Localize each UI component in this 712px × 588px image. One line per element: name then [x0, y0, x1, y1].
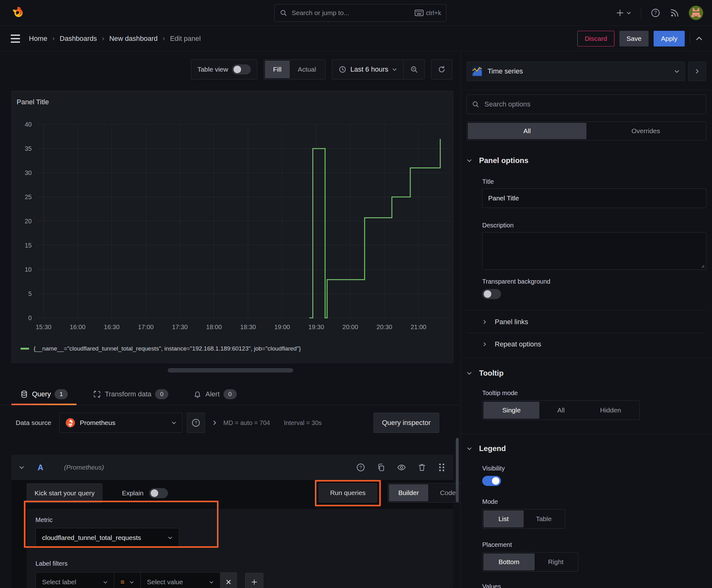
help-icon: ?: [191, 418, 201, 427]
datasource-help-button[interactable]: ?: [187, 413, 205, 433]
drag-grip-icon[interactable]: [438, 463, 446, 472]
news-button[interactable]: [670, 8, 679, 18]
tab-all-options[interactable]: All: [468, 123, 586, 139]
breadcrumb-home[interactable]: Home: [29, 35, 47, 43]
add-filter-button[interactable]: [245, 573, 263, 588]
legend-mode-table[interactable]: Table: [524, 510, 564, 527]
query-editor-toolbar: Kick start your query Explain Run querie…: [27, 483, 453, 503]
legend-visibility-toggle[interactable]: [482, 476, 501, 486]
tooltip-mode-hidden[interactable]: Hidden: [583, 402, 639, 419]
chart-legend[interactable]: {__name__="cloudflared_tunnel_total_requ…: [20, 345, 301, 352]
actions-divider: [690, 33, 690, 45]
datasource-picker[interactable]: Prometheus: [59, 413, 182, 433]
breadcrumb: Home › Dashboards › New dashboard › Edit…: [29, 35, 201, 43]
resize-handle-icon[interactable]: [700, 263, 705, 268]
tooltip-section-header[interactable]: Tooltip: [467, 369, 706, 378]
explain-toggle[interactable]: [149, 488, 168, 498]
global-search[interactable]: ctrl+k: [274, 4, 447, 22]
zoom-out-button[interactable]: [404, 60, 425, 79]
tooltip-mode-all[interactable]: All: [539, 402, 582, 419]
scrollbar-thumb[interactable]: [456, 438, 459, 502]
metric-select[interactable]: cloudflared_tunnel_total_requests: [36, 528, 179, 547]
promql-builder: Metric cloudflared_tunnel_total_requests…: [27, 509, 453, 588]
search-input[interactable]: [291, 9, 411, 17]
panel-title-input[interactable]: [482, 188, 706, 208]
actual-option[interactable]: Actual: [290, 61, 324, 78]
select-value-dropdown[interactable]: Select value: [141, 573, 220, 588]
table-view-toggle[interactable]: [232, 64, 251, 75]
panel-preview[interactable]: Panel Title 051015202530354015:3016:0016…: [11, 91, 453, 363]
apply-button[interactable]: Apply: [654, 31, 685, 46]
select-value-placeholder: Select value: [147, 578, 204, 586]
chevron-down-icon: [467, 370, 472, 376]
refresh-icon: [438, 65, 446, 74]
chevron-right-icon: ›: [52, 35, 55, 43]
query-row-header[interactable]: A (Prometheus) ?: [11, 455, 453, 480]
fill-actual-segment: Fill Actual: [264, 59, 326, 80]
svg-text:30: 30: [25, 169, 32, 176]
legend-placement-right[interactable]: Right: [535, 553, 577, 570]
table-view-label: Table view: [197, 66, 228, 73]
builder-option[interactable]: Builder: [389, 484, 428, 501]
tab-overrides[interactable]: Overrides: [586, 123, 705, 139]
select-label-dropdown[interactable]: Select label: [36, 573, 114, 588]
menu-icon[interactable]: [11, 35, 20, 43]
chevron-down-icon: [103, 580, 108, 585]
help-icon[interactable]: ?: [356, 463, 365, 472]
grafana-logo-icon[interactable]: [11, 6, 26, 20]
description-textarea[interactable]: [482, 232, 706, 270]
keyboard-icon: [415, 10, 424, 16]
svg-text:17:00: 17:00: [138, 323, 153, 331]
breadcrumb-dashboards[interactable]: Dashboards: [60, 35, 97, 43]
tooltip-mode-single[interactable]: Single: [483, 402, 539, 419]
tab-query[interactable]: Query 1: [11, 383, 77, 405]
tab-alert[interactable]: Alert 0: [185, 383, 245, 405]
svg-text:17:30: 17:30: [172, 323, 188, 331]
query-options-summary[interactable]: MD = auto = 704 Interval = 30s: [223, 419, 322, 426]
repeat-options-row[interactable]: Repeat options: [482, 337, 706, 352]
transparent-background-toggle[interactable]: [482, 289, 501, 299]
options-search-input[interactable]: [484, 100, 701, 109]
new-menu-button[interactable]: [616, 8, 631, 17]
user-avatar[interactable]: [689, 6, 703, 20]
legend-placement-bottom[interactable]: Bottom: [483, 553, 535, 570]
svg-text:20: 20: [25, 218, 32, 225]
tab-transform-data[interactable]: Transform data 0: [84, 383, 177, 405]
remove-filter-button[interactable]: [220, 573, 237, 588]
legend-mode-list[interactable]: List: [483, 510, 524, 527]
top-actions: ?: [616, 6, 703, 20]
legend-series-label: {__name__="cloudflared_tunnel_total_requ…: [34, 345, 301, 352]
operator-dropdown[interactable]: =: [114, 573, 141, 588]
pane-resize-handle[interactable]: [168, 368, 293, 373]
tab-alert-label: Alert: [205, 390, 219, 398]
label-filters-label: Label filters: [36, 560, 445, 567]
breadcrumb-new-dashboard[interactable]: New dashboard: [109, 35, 157, 43]
bell-icon: [193, 390, 201, 398]
query-inspector-button[interactable]: Query inspector: [373, 413, 439, 433]
refresh-button[interactable]: [431, 60, 452, 79]
eye-icon[interactable]: [397, 463, 406, 472]
chevron-up-icon[interactable]: [695, 35, 703, 43]
run-queries-button[interactable]: Run queries: [319, 483, 377, 503]
trash-icon[interactable]: [417, 463, 426, 472]
legend-section-header[interactable]: Legend: [467, 444, 706, 453]
rss-icon: [670, 8, 679, 18]
chevron-down-icon: [674, 68, 679, 74]
fill-option[interactable]: Fill: [265, 61, 290, 78]
options-search[interactable]: [467, 94, 706, 114]
time-range-picker[interactable]: Last 6 hours: [332, 60, 404, 79]
kick-start-button[interactable]: Kick start your query: [27, 483, 102, 503]
copy-icon[interactable]: [377, 463, 386, 472]
discard-button[interactable]: Discard: [577, 31, 614, 46]
panel-links-row[interactable]: Panel links: [482, 315, 706, 329]
visualization-picker[interactable]: Time series: [467, 62, 685, 81]
help-button[interactable]: ?: [650, 8, 661, 18]
chevron-down-icon[interactable]: [19, 465, 24, 470]
toggle-viz-suggestions-button[interactable]: [688, 62, 706, 81]
time-series-chart[interactable]: 051015202530354015:3016:0016:3017:0017:3…: [12, 118, 453, 338]
chevron-right-icon[interactable]: [212, 420, 218, 426]
save-button[interactable]: Save: [619, 31, 649, 46]
shortcut-label: ctrl+k: [426, 9, 441, 17]
panel-options-section-header[interactable]: Panel options: [467, 156, 706, 165]
interval-stat: Interval = 30s: [284, 419, 322, 426]
